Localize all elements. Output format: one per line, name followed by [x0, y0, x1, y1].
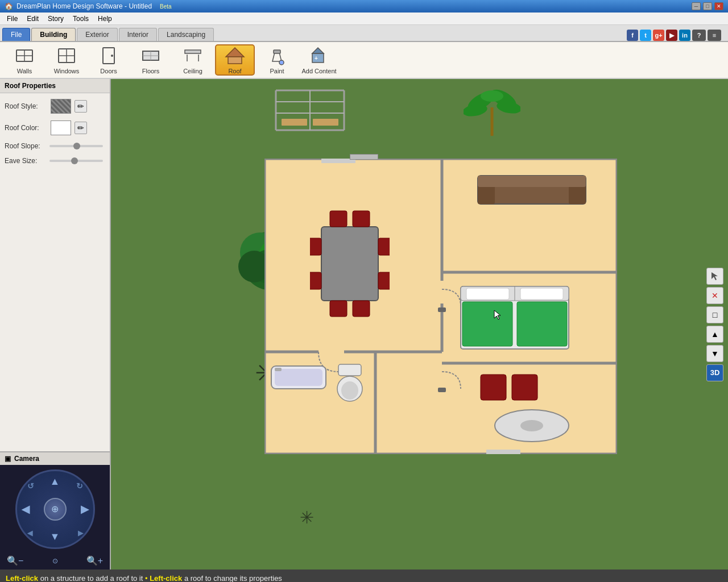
tool-floors[interactable]: Floors [131, 44, 171, 76]
nav-rotate-ur[interactable]: ↻ [76, 481, 83, 490]
view-3d-button[interactable]: 3D [706, 364, 723, 381]
tool-windows[interactable]: Windows [47, 44, 86, 76]
floor-plan[interactable] [264, 159, 617, 454]
tab-file[interactable]: File [2, 28, 30, 41]
close-button[interactable]: ✕ [714, 2, 723, 10]
eave-size-thumb[interactable] [71, 157, 78, 164]
tool-ceiling[interactable]: Ceiling [173, 44, 213, 76]
zoom-row: 🔍− ⊙ 🔍+ [0, 553, 110, 569]
tab-interior[interactable]: Interior [119, 28, 157, 41]
roof-style-edit-button[interactable]: ✏ [75, 100, 87, 113]
roof-color-swatch[interactable] [51, 120, 71, 135]
svg-rect-56 [440, 281, 444, 304]
nav-rotate-ul[interactable]: ↺ [27, 481, 34, 490]
nav-rotate-dl[interactable]: ◀ [27, 529, 32, 537]
roof-color-edit-button[interactable]: ✏ [75, 122, 87, 134]
cursor-indicator [492, 309, 503, 321]
move-down-button[interactable]: ▼ [706, 345, 723, 362]
roof-slope-label: Roof Slope: [5, 142, 47, 150]
floors-icon [140, 45, 161, 66]
nav-down[interactable]: ▼ [50, 531, 60, 543]
svg-rect-76 [478, 176, 586, 187]
windows-icon [56, 45, 77, 66]
canvas-area[interactable]: ✳ ✳ [111, 79, 728, 569]
tab-building[interactable]: Building [31, 28, 76, 41]
nav-right[interactable]: ▶ [81, 503, 89, 516]
tab-landscaping[interactable]: Landscaping [158, 28, 214, 41]
menu-file[interactable]: File [2, 14, 22, 24]
twitter-icon[interactable]: t [640, 30, 651, 41]
help-icon[interactable]: ? [692, 30, 706, 41]
title-bar-controls: ─ □ ✕ [692, 2, 723, 10]
roof-slope-thumb[interactable] [73, 143, 80, 149]
nav-center[interactable]: ⊕ [44, 498, 67, 521]
svg-point-17 [279, 60, 284, 65]
paint-label: Paint [270, 68, 284, 74]
camera-control: ↺ ↻ ◀ ▶ ▲ ▼ ◀ ▶ ⊕ [0, 465, 110, 553]
roof-style-swatch[interactable] [51, 99, 71, 114]
panel-content: Roof Style: ✏ Roof Color: ✏ Roof Slope: … [0, 93, 110, 451]
gplus-icon[interactable]: g+ [653, 30, 664, 41]
camera-title: ▣ Camera [0, 452, 110, 465]
sofa-top [475, 170, 589, 210]
ceiling-icon [183, 45, 203, 66]
menu-help[interactable]: Help [93, 14, 117, 24]
windows-label: Windows [54, 68, 80, 74]
zoom-in-button[interactable]: 🔍+ [86, 555, 103, 566]
camera-section: ▣ Camera ↺ ↻ ◀ ▶ ▲ ▼ ◀ ▶ ⊕ [0, 451, 110, 569]
move-up-button[interactable]: ▲ [706, 326, 723, 343]
tool-doors[interactable]: Doors [89, 44, 129, 76]
star-decoration-2: ✳ [299, 505, 321, 528]
tab-exterior[interactable]: Exterior [77, 28, 117, 41]
minimize-button[interactable]: ─ [692, 2, 701, 10]
copy-button[interactable]: □ [706, 306, 723, 323]
tool-walls[interactable]: Walls [5, 44, 44, 76]
eave-size-track[interactable] [49, 160, 103, 162]
menu-tools[interactable]: Tools [68, 14, 93, 24]
linkedin-icon[interactable]: in [679, 30, 690, 41]
left-click-highlight-1: Left-click [6, 574, 38, 583]
bedroom-2-furniture [469, 372, 594, 446]
panel-title: Roof Properties [0, 79, 110, 93]
walls-icon [14, 45, 35, 66]
roof-label: Roof [228, 68, 241, 74]
menu-story[interactable]: Story [43, 14, 68, 24]
svg-text:✳: ✳ [300, 508, 314, 527]
title-bar-left: 🏠 DreamPlan Home Design Software - Untit… [5, 2, 172, 10]
doors-label: Doors [100, 68, 117, 74]
svg-rect-16 [274, 50, 280, 53]
nav-up[interactable]: ▲ [50, 476, 60, 488]
svg-rect-15 [228, 57, 242, 64]
facebook-icon[interactable]: f [627, 30, 638, 41]
beta-badge: Beta [160, 3, 172, 10]
svg-rect-85 [512, 375, 537, 400]
roof-slope-row: Roof Slope: [5, 142, 105, 150]
svg-rect-68 [353, 301, 370, 317]
delete-button[interactable]: ✕ [706, 287, 723, 304]
roof-style-label: Roof Style: [5, 102, 47, 110]
svg-rect-84 [481, 375, 506, 400]
svg-point-93 [341, 381, 358, 400]
camera-icon: ▣ [5, 455, 11, 463]
svg-rect-65 [330, 211, 347, 227]
roof-color-label: Roof Color: [5, 124, 47, 132]
svg-rect-79 [462, 302, 512, 346]
floors-label: Floors [142, 68, 160, 74]
roof-color-row: Roof Color: ✏ [5, 120, 105, 135]
share-icon[interactable]: ▶ [666, 30, 677, 41]
cursor-tool-button[interactable] [706, 268, 723, 285]
svg-rect-64 [321, 227, 378, 301]
svg-rect-58 [438, 307, 446, 312]
tool-add-content[interactable]: + Add Content [299, 44, 339, 76]
zoom-out-button[interactable]: 🔍− [7, 555, 23, 566]
tool-paint[interactable]: Paint [257, 44, 297, 76]
nav-rotate-dr[interactable]: ▶ [78, 529, 83, 537]
roof-slope-track[interactable] [49, 145, 103, 147]
nav-left[interactable]: ◀ [22, 503, 30, 516]
maximize-button[interactable]: □ [703, 2, 712, 10]
svg-point-33 [481, 90, 503, 102]
tool-roof[interactable]: Roof [215, 44, 255, 76]
svg-rect-59 [438, 388, 446, 392]
menu-edit[interactable]: Edit [22, 14, 43, 24]
menu-icon[interactable]: ≡ [708, 30, 721, 41]
